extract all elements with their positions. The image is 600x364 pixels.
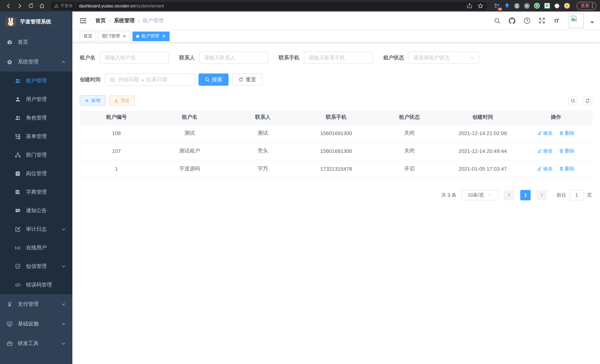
edit-link[interactable]: 修改 — [537, 130, 553, 137]
edit-icon — [537, 167, 542, 171]
app-title: 芋道管理系统 — [20, 19, 51, 25]
reset-button[interactable]: 重置 — [232, 74, 262, 86]
sidebar-item-home[interactable]: 首页 — [0, 32, 72, 52]
delete-link[interactable]: 删除 — [559, 130, 574, 137]
search-button[interactable]: 搜索 — [198, 74, 229, 86]
sidebar-item-label: 通知公告 — [26, 207, 47, 214]
sidebar-fold-icon[interactable] — [80, 18, 86, 24]
sidebar-item-dict[interactable]: 字典管理 — [0, 183, 72, 202]
user-avatar[interactable] — [569, 13, 584, 28]
browser-update-button[interactable]: 更新 — [577, 2, 596, 10]
tab-tenant[interactable]: 租户管理 — [132, 31, 169, 41]
sidebar-item-dept[interactable]: 部门管理 — [0, 146, 72, 164]
chat-extension-icon[interactable] — [544, 3, 550, 9]
extension-tray: 10 — [494, 3, 570, 9]
sidebar-item-user[interactable]: 用户管理 — [0, 90, 72, 109]
prev-page-button[interactable] — [504, 190, 514, 200]
goto-page-input[interactable] — [569, 190, 584, 200]
tenant-name-input[interactable]: 请输入租户名 — [100, 52, 169, 64]
extensions-puzzle-icon[interactable] — [554, 3, 560, 9]
header-search-icon[interactable] — [493, 17, 501, 25]
help-icon[interactable] — [523, 17, 531, 25]
browser-reload-icon[interactable] — [26, 1, 36, 10]
page-size-select[interactable]: 10条/页 — [462, 190, 498, 200]
delete-link[interactable]: 删除 — [559, 166, 574, 172]
browser-back-icon[interactable] — [4, 1, 13, 10]
address-bar[interactable]: 不安全 dashboard.yudao.iocoder.cn/system/te… — [50, 2, 487, 10]
tenant-name-placeholder: 请输入租户名 — [105, 54, 136, 61]
pinned-extension-icon[interactable]: 10 — [494, 3, 500, 9]
sidebar-item-error-code[interactable]: 错误码管理 — [0, 276, 72, 294]
col-tenant-name: 租户名 — [153, 111, 226, 124]
date-range-picker[interactable]: 开始日期 - 结束日期 — [105, 74, 195, 86]
sidebar-item-notice[interactable]: 通知公告 — [0, 202, 72, 220]
breadcrumb-item-tenant: 租户管理 — [143, 17, 164, 24]
cell-phone: 17321315478 — [300, 160, 373, 178]
system-submenu: 租户管理 用户管理 角色管理 — [0, 72, 72, 294]
roles-icon — [15, 115, 21, 121]
sidebar-item-online-users[interactable]: 在线用户 — [0, 239, 72, 257]
map-pin-extension-icon[interactable] — [504, 3, 510, 9]
sidebar-item-tenant[interactable]: 租户管理 — [0, 72, 72, 90]
export-button[interactable]: 导出 — [109, 95, 135, 106]
sidebar-item-label: 字典管理 — [26, 189, 47, 196]
browser-forward-icon[interactable] — [15, 1, 25, 10]
add-button[interactable]: 新增 — [80, 95, 105, 106]
sidebar-item-audit-log[interactable]: 审计日志 — [0, 220, 72, 239]
omnibox-divider — [76, 3, 76, 8]
close-icon[interactable] — [161, 34, 166, 38]
breadcrumb-item-system[interactable]: 系统管理 — [114, 17, 135, 24]
status-select[interactable]: 请选择租户状态 — [409, 52, 479, 64]
cell-created: 2021-12-14 21:02:09 — [446, 124, 519, 142]
sidebar-item-role[interactable]: 角色管理 — [0, 109, 72, 127]
sidebar-item-pay[interactable]: 支付管理 — [0, 294, 72, 314]
trash-icon — [559, 167, 564, 171]
browser-home-icon[interactable] — [37, 1, 47, 10]
hide-search-button[interactable] — [568, 95, 578, 106]
table-header-row: 租户编号 租户名 联系人 联系手机 租户状态 创建时间 操作 — [80, 111, 593, 124]
message-icon — [15, 208, 21, 214]
y-extension-icon[interactable] — [534, 3, 540, 9]
cell-contact: 芋艿 — [226, 160, 300, 178]
emoji-avatar-icon[interactable] — [564, 3, 570, 9]
cell-tenant-name: 测试 — [153, 124, 226, 142]
page-number-1[interactable]: 1 — [520, 190, 531, 200]
sidebar-item-system[interactable]: 系统管理 — [0, 52, 72, 72]
fullscreen-icon[interactable] — [538, 17, 546, 25]
tenant-users-icon — [15, 78, 21, 84]
cell-tenant-name: 测试租户 — [153, 142, 226, 160]
bookmark-star-icon[interactable] — [478, 3, 484, 9]
tab-dept[interactable]: 部门管理 — [98, 31, 130, 41]
recorder-extension-icon[interactable] — [524, 3, 530, 9]
toolbox-icon — [7, 340, 13, 346]
tab-home[interactable]: 首页 — [80, 31, 96, 41]
edit-icon — [537, 131, 542, 135]
table-toolbar: 新增 导出 — [80, 95, 593, 106]
refresh-table-button[interactable] — [582, 95, 593, 106]
sidebar-item-infra[interactable]: 基础设施 — [0, 314, 72, 334]
close-icon[interactable] — [122, 34, 127, 38]
phone-input[interactable]: 请输入联系手机 — [304, 52, 373, 64]
share-icon[interactable] — [467, 3, 472, 9]
sidebar-item-label: 系统管理 — [18, 58, 38, 65]
delete-link[interactable]: 删除 — [559, 148, 574, 154]
app-logo[interactable]: 芋道管理系统 — [0, 11, 72, 32]
cell-status: 关闭 — [373, 142, 446, 160]
browser-menu-icon[interactable] — [592, 3, 593, 8]
github-icon[interactable] — [508, 17, 516, 25]
breadcrumb-item-home[interactable]: 首页 — [95, 17, 106, 24]
command-extension-icon[interactable] — [514, 3, 520, 9]
edit-link[interactable]: 修改 — [537, 166, 553, 172]
sidebar-item-post[interactable]: 岗位管理 — [0, 164, 72, 183]
security-warning[interactable]: 不安全 — [54, 3, 73, 9]
edit-link[interactable]: 修改 — [537, 148, 553, 154]
sidebar-item-devtools[interactable]: 研发工具 — [0, 334, 72, 353]
avatar-caret-icon[interactable] — [590, 21, 594, 25]
cell-contact: 秃头 — [226, 142, 300, 160]
monitor-icon — [7, 321, 13, 327]
sidebar-item-sms[interactable]: 短信管理 — [0, 257, 72, 276]
sidebar-item-menu[interactable]: 菜单管理 — [0, 127, 72, 146]
contact-input[interactable]: 请输入联系人 — [199, 52, 268, 64]
font-size-icon[interactable]: tT — [553, 17, 561, 25]
next-page-button[interactable] — [536, 190, 547, 200]
